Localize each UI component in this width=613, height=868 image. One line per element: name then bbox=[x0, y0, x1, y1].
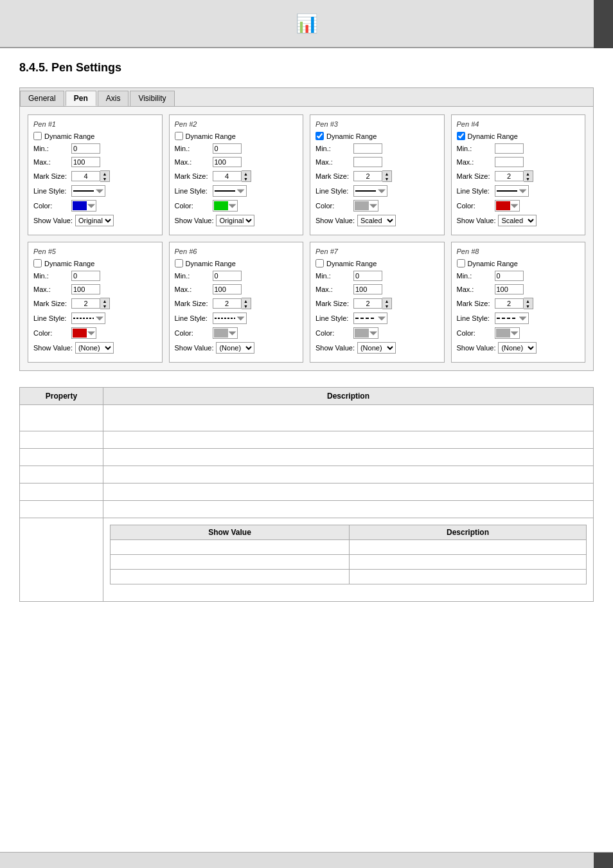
pen2-color-box[interactable] bbox=[213, 200, 238, 212]
pen3-color-arrow bbox=[369, 202, 377, 210]
pen8-min-input[interactable] bbox=[495, 271, 524, 281]
pen8-color-arrow bbox=[511, 329, 519, 337]
pen6-marksize-input[interactable] bbox=[213, 298, 242, 309]
prop-cell bbox=[20, 449, 103, 466]
pen6-min-label: Min.: bbox=[175, 272, 210, 280]
tab-axis[interactable]: Axis bbox=[98, 91, 129, 106]
desc-cell bbox=[103, 405, 594, 431]
pen2-marksize-input[interactable] bbox=[213, 171, 242, 181]
pen3-min-row: Min.: bbox=[315, 143, 439, 154]
pen1-min-input[interactable]: 0 bbox=[71, 143, 100, 154]
pen8-marksize-up[interactable]: ▲ bbox=[524, 298, 533, 303]
pen1-marksize-down[interactable]: ▼ bbox=[100, 176, 109, 181]
pen3-group: Pen #3 Dynamic Range Min.: Max.: Mark Si… bbox=[310, 114, 445, 235]
pen5-marksize-row: Mark Size: ▲ ▼ bbox=[33, 298, 157, 309]
pen4-marksize-input[interactable] bbox=[495, 171, 524, 181]
pen4-marksize-up[interactable]: ▲ bbox=[524, 171, 533, 176]
pen5-showvalue-label: Show Value: bbox=[33, 344, 73, 352]
pen6-max-row: Max.: bbox=[175, 284, 298, 294]
pen8-linestyle-box[interactable] bbox=[495, 312, 529, 324]
pen1-marksize-up[interactable]: ▲ bbox=[100, 171, 109, 176]
pen8-color-box[interactable] bbox=[495, 327, 520, 339]
pen1-max-input[interactable]: 100 bbox=[71, 157, 100, 167]
pen7-linestyle-box[interactable] bbox=[353, 312, 387, 324]
footer-bar bbox=[0, 852, 613, 868]
pen1-marksize-input[interactable] bbox=[71, 171, 100, 181]
pen3-linestyle-box[interactable] bbox=[353, 185, 387, 197]
pen3-color-box[interactable] bbox=[353, 200, 378, 212]
pen5-marksize-up[interactable]: ▲ bbox=[100, 298, 109, 303]
pen2-max-input[interactable] bbox=[213, 157, 242, 167]
pen8-marksize-down[interactable]: ▼ bbox=[524, 303, 533, 309]
pen1-linestyle-arrow bbox=[96, 187, 103, 195]
pen5-max-input[interactable] bbox=[71, 284, 100, 294]
pen5-marksize-input[interactable] bbox=[71, 298, 100, 309]
pen8-marksize-input[interactable] bbox=[495, 298, 524, 309]
pen3-marksize-input[interactable] bbox=[353, 171, 382, 181]
pen1-showvalue-select[interactable]: Original Scaled (None) bbox=[75, 215, 114, 226]
tab-general[interactable]: General bbox=[20, 91, 64, 106]
pen7-marksize-spinner: ▲ ▼ bbox=[353, 298, 392, 309]
pen4-max-input[interactable] bbox=[495, 157, 524, 167]
pen1-marksize-spinner-btns: ▲ ▼ bbox=[100, 170, 110, 182]
pen2-dynamic-range-checkbox[interactable] bbox=[175, 132, 183, 140]
pen3-showvalue-row: Show Value: Original Scaled (None) bbox=[315, 215, 439, 226]
pen7-marksize-down[interactable]: ▼ bbox=[382, 303, 391, 309]
pen6-color-row: Color: bbox=[175, 327, 298, 339]
tab-pen[interactable]: Pen bbox=[66, 91, 96, 106]
pen5-showvalue-select[interactable]: Original Scaled (None) bbox=[75, 342, 114, 354]
pen3-marksize-down[interactable]: ▼ bbox=[382, 176, 391, 181]
pen2-showvalue-select[interactable]: Original Scaled (None) bbox=[216, 215, 254, 226]
pen6-max-input[interactable] bbox=[213, 284, 242, 294]
pen5-min-input[interactable] bbox=[71, 271, 100, 281]
tab-visibility[interactable]: Visibility bbox=[130, 91, 174, 106]
pen6-marksize-down[interactable]: ▼ bbox=[242, 303, 251, 309]
pen6-marksize-up[interactable]: ▲ bbox=[242, 298, 251, 303]
pen4-marksize-down[interactable]: ▼ bbox=[524, 176, 533, 181]
pen8-showvalue-select[interactable]: Original Scaled (None) bbox=[498, 342, 537, 354]
pen6-min-input[interactable] bbox=[213, 271, 242, 281]
pen5-color-box[interactable] bbox=[71, 327, 96, 339]
pen7-showvalue-select[interactable]: Original Scaled (None) bbox=[357, 342, 396, 354]
pen2-linestyle-box[interactable] bbox=[213, 185, 247, 197]
pen5-linestyle-arrow bbox=[96, 314, 103, 322]
pen3-marksize-up[interactable]: ▲ bbox=[382, 171, 391, 176]
pen6-linestyle-box[interactable] bbox=[213, 312, 247, 324]
pen7-color-box[interactable] bbox=[353, 327, 378, 339]
pen2-marksize-down[interactable]: ▼ bbox=[242, 176, 251, 181]
pen5-linestyle-box[interactable] bbox=[71, 312, 105, 324]
pen7-max-input[interactable] bbox=[353, 284, 382, 294]
pen6-dynamic-range-checkbox[interactable] bbox=[175, 259, 183, 267]
pen1-dynamic-range-checkbox[interactable] bbox=[33, 132, 42, 140]
table-row bbox=[20, 501, 594, 518]
pen7-min-input[interactable] bbox=[353, 271, 382, 281]
pen7-marksize-up[interactable]: ▲ bbox=[382, 298, 391, 303]
pen2-marksize-up[interactable]: ▲ bbox=[242, 171, 251, 176]
pen5-dynamic-range-checkbox[interactable] bbox=[33, 259, 42, 267]
pen3-max-input[interactable] bbox=[353, 157, 382, 167]
pen7-dynamic-range-checkbox[interactable] bbox=[315, 259, 324, 267]
pen1-color-label: Color: bbox=[33, 202, 69, 210]
pen6-color-box[interactable] bbox=[213, 327, 238, 339]
pen8-max-input[interactable] bbox=[495, 284, 524, 294]
pen4-showvalue-select[interactable]: Original Scaled (None) bbox=[498, 215, 537, 226]
pen1-max-label: Max.: bbox=[33, 158, 69, 166]
pen3-min-input[interactable] bbox=[353, 143, 382, 154]
pen6-showvalue-select[interactable]: Original Scaled (None) bbox=[216, 342, 254, 354]
pen4-min-input[interactable] bbox=[495, 143, 524, 154]
pen5-marksize-down[interactable]: ▼ bbox=[100, 303, 109, 309]
pen1-linestyle-box[interactable] bbox=[71, 185, 105, 197]
pen1-color-box[interactable] bbox=[71, 200, 96, 212]
pen1-linestyle-preview bbox=[73, 190, 94, 192]
pen4-linestyle-box[interactable] bbox=[495, 185, 529, 197]
pen4-max-label: Max.: bbox=[457, 158, 492, 166]
pen8-marksize-row: Mark Size: ▲ ▼ bbox=[457, 298, 580, 309]
pen8-marksize-spinner: ▲ ▼ bbox=[495, 298, 533, 309]
pen4-color-box[interactable] bbox=[495, 200, 520, 212]
pen3-dynamic-range-checkbox[interactable] bbox=[315, 132, 324, 140]
pen8-dynamic-range-checkbox[interactable] bbox=[457, 259, 465, 267]
pen4-dynamic-range-checkbox[interactable] bbox=[457, 132, 465, 140]
pen3-showvalue-select[interactable]: Original Scaled (None) bbox=[357, 215, 396, 226]
pen7-marksize-input[interactable] bbox=[353, 298, 382, 309]
pen2-min-input[interactable] bbox=[213, 143, 242, 154]
